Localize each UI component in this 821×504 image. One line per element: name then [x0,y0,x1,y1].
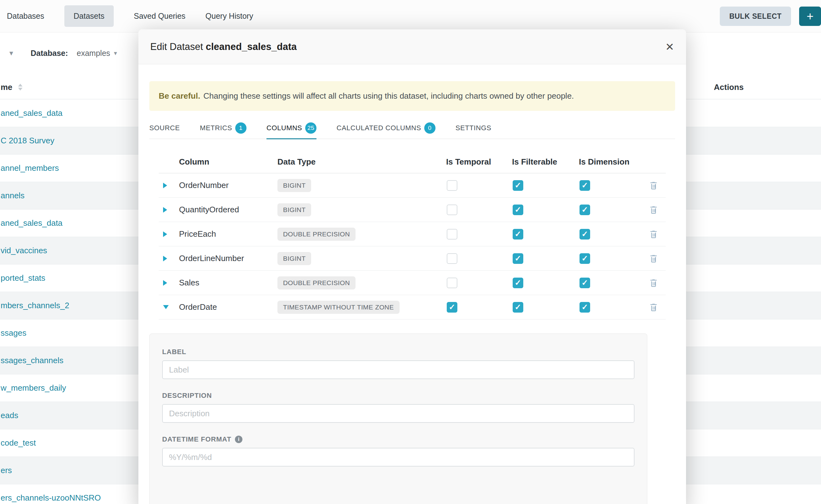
dataset-link[interactable]: ported_stats [1,273,45,283]
is-filterable-checkbox[interactable] [513,253,523,264]
is-filterable-checkbox[interactable] [513,205,523,215]
dataset-link[interactable]: annels [1,191,25,200]
modal-body: Be careful. Changing these settings will… [138,81,686,504]
warning-text: Changing these settings will affect all … [203,91,574,101]
column-name: Sales [179,278,199,288]
tab-settings[interactable]: SETTINGS [456,117,492,139]
is-filterable-checkbox[interactable] [513,180,523,191]
datasets-page: Databases Datasets Saved Queries Query H… [0,0,821,504]
data-type-pill: BIGINT [277,252,311,265]
expand-caret-icon[interactable] [163,231,167,237]
datetime-format-input[interactable] [162,448,635,467]
dataset-link[interactable]: code_test [1,438,36,448]
tab-metrics-badge: 1 [235,122,246,134]
expand-caret-icon[interactable] [163,183,167,188]
add-dataset-button[interactable]: + [799,7,821,26]
expand-caret-icon[interactable] [163,256,167,261]
edit-dataset-modal: Edit Dataset cleaned_sales_data ✕ Be car… [138,29,686,504]
tab-metrics[interactable]: METRICS 1 [200,117,246,139]
modal-title-dataset: cleaned_sales_data [206,41,297,52]
info-icon[interactable] [235,436,242,443]
description-input[interactable] [162,404,635,423]
is-dimension-checkbox[interactable] [580,205,590,215]
dataset-link[interactable]: ers [1,466,12,475]
is-temporal-checkbox[interactable] [447,180,458,191]
dataset-link[interactable]: ssages [1,328,26,338]
dataset-link[interactable]: aned_sales_data [1,218,62,228]
dataset-link[interactable]: ers_channels-uzooNNtSRO [1,493,101,503]
is-temporal-checkbox[interactable] [447,253,458,264]
column-name: QuantityOrdered [179,205,239,215]
delete-column-icon[interactable] [649,181,658,190]
is-filterable-checkbox[interactable] [513,302,523,313]
chevron-down-icon[interactable]: ▾ [114,49,117,57]
tab-calculated-columns[interactable]: CALCULATED COLUMNS 0 [336,117,436,139]
tab-source-label: SOURCE [149,124,180,132]
column-name: OrderNumber [179,180,229,190]
header-is-temporal: Is Temporal [446,157,512,167]
modal-title: Edit Dataset cleaned_sales_data [150,41,297,52]
data-type-pill: BIGINT [277,203,311,216]
data-type-pill: DOUBLE PRECISION [277,276,355,289]
delete-column-icon[interactable] [649,254,658,263]
header-is-filterable: Is Filterable [512,157,579,167]
dataset-link[interactable]: w_members_daily [1,383,66,393]
collapse-caret-icon[interactable] [163,305,169,309]
header-data-type: Data Type [277,157,446,167]
dataset-link[interactable]: eads [1,411,18,420]
delete-column-icon[interactable] [649,303,658,312]
dataset-link[interactable]: vid_vaccines [1,246,47,255]
nav-tab-query-history[interactable]: Query History [205,12,253,21]
data-type-pill: TIMESTAMP WITHOUT TIME ZONE [277,301,399,314]
nav-tab-databases[interactable]: Databases [7,12,44,21]
label-input[interactable] [162,360,635,379]
is-temporal-checkbox[interactable] [447,229,458,240]
chevron-down-icon[interactable]: ▾ [9,49,13,57]
delete-column-icon[interactable] [649,278,658,288]
bulk-select-button[interactable]: BULK SELECT [720,7,791,26]
is-temporal-checkbox[interactable] [447,302,458,313]
delete-column-icon[interactable] [649,230,658,239]
column-name: OrderDate [179,302,217,312]
description-field-group: DESCRIPTION [162,392,635,423]
database-filter-value[interactable]: examples [77,49,110,58]
dataset-link[interactable]: aned_sales_data [1,108,62,118]
is-dimension-checkbox[interactable] [580,229,590,240]
dataset-link[interactable]: C 2018 Survey [1,136,54,146]
dataset-link[interactable]: mbers_channels_2 [1,301,69,310]
expand-caret-icon[interactable] [163,207,167,213]
is-dimension-checkbox[interactable] [580,180,590,191]
tab-columns-label: COLUMNS [266,124,302,132]
is-dimension-checkbox[interactable] [580,302,590,313]
is-dimension-checkbox[interactable] [580,253,590,264]
nav-tab-saved-queries[interactable]: Saved Queries [134,12,185,21]
database-filter-label: Database: [31,49,68,58]
modal-header: Edit Dataset cleaned_sales_data ✕ [138,29,686,64]
column-row: OrderNumberBIGINT [159,173,666,198]
dataset-link[interactable]: annel_members [1,163,59,173]
top-nav: Databases Datasets Saved Queries Query H… [0,0,821,32]
warning-banner: Be careful. Changing these settings will… [149,81,675,111]
label-field-label: LABEL [162,348,635,356]
is-temporal-checkbox[interactable] [447,205,458,215]
column-row: OrderDateTIMESTAMP WITHOUT TIME ZONE [159,295,666,319]
modal-title-prefix: Edit Dataset [150,41,203,52]
data-type-pill: BIGINT [277,179,311,192]
is-temporal-checkbox[interactable] [447,278,458,288]
columns-table-header: Column Data Type Is Temporal Is Filterab… [159,139,666,173]
is-filterable-checkbox[interactable] [513,229,523,240]
sort-icon[interactable] [18,84,22,91]
nav-tab-datasets[interactable]: Datasets [64,5,114,27]
is-dimension-checkbox[interactable] [580,278,590,288]
tab-source[interactable]: SOURCE [149,117,180,139]
close-icon[interactable]: ✕ [665,42,675,52]
name-column-header[interactable]: me [1,82,12,92]
column-row: QuantityOrderedBIGINT [159,198,666,222]
tab-columns[interactable]: COLUMNS 25 [266,117,316,139]
expand-caret-icon[interactable] [163,280,167,286]
column-name: OrderLineNumber [179,254,244,263]
delete-column-icon[interactable] [649,205,658,215]
is-filterable-checkbox[interactable] [513,278,523,288]
dataset-link[interactable]: ssages_channels [1,356,63,365]
label-field-group: LABEL [162,348,635,379]
